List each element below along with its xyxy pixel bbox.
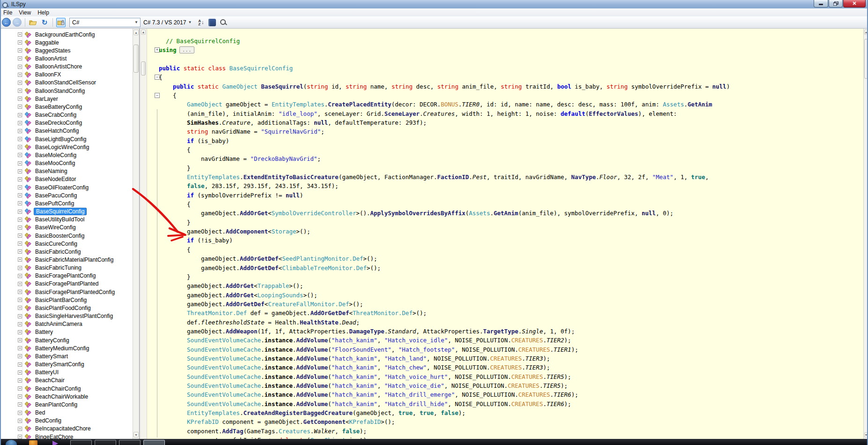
scroll-down-button[interactable]: ▼ <box>134 432 139 437</box>
tree-item-label[interactable]: BasicForagePlantPlantedConfig <box>34 289 116 295</box>
tree-expander-icon[interactable]: + <box>18 370 22 375</box>
tree-expander-icon[interactable]: + <box>18 411 22 415</box>
tree-item[interactable]: + BasePuftConfig <box>0 199 75 207</box>
tree-item[interactable]: + BalloonStandCellSensor <box>0 79 97 87</box>
start-orb[interactable] <box>6 440 17 445</box>
tree-item[interactable]: + BatteryConfig <box>0 336 71 344</box>
tree-item[interactable]: + BalloonArtistChore <box>0 63 83 71</box>
language-version-select[interactable]: C# 7.3 / VS 2017 ▼ <box>142 18 194 27</box>
tree-scrollbar[interactable]: ▲ ▼ <box>133 29 139 439</box>
tree-expander-icon[interactable]: + <box>18 338 22 342</box>
tree-item-label[interactable]: BeanPlantConfig <box>34 401 79 408</box>
menu-help[interactable]: Help <box>34 9 52 16</box>
tree-item-label[interactable]: Bed <box>34 409 46 416</box>
tree-expander-icon[interactable]: + <box>18 121 22 125</box>
tree-expander-icon[interactable]: + <box>18 378 22 383</box>
tree-expander-icon[interactable]: + <box>18 193 22 197</box>
tree-expander-icon[interactable]: + <box>18 137 22 141</box>
tree-expander-icon[interactable]: + <box>18 48 22 53</box>
tree-expander-icon[interactable]: + <box>18 362 22 367</box>
tree-item[interactable]: + BaseOilFloaterConfig <box>0 183 90 191</box>
tree-item[interactable]: + BatteryUI <box>0 369 60 377</box>
tree-item-label[interactable]: BaseNodeEditor <box>34 176 77 182</box>
language-select[interactable]: C# ▼ <box>69 18 141 27</box>
tree-item[interactable]: + BackgroundEarthConfig <box>0 30 96 38</box>
tree-expander-icon[interactable]: + <box>18 266 22 270</box>
tree-expander-icon[interactable]: + <box>18 241 22 246</box>
tree-item-label[interactable]: BasicFabricTuning <box>34 264 83 271</box>
tree-item-label[interactable]: BasicForagePlantPlanted <box>34 280 100 287</box>
tree-item-label[interactable]: BasicBoosterConfig <box>34 233 86 239</box>
tree-expander-icon[interactable]: + <box>18 314 22 318</box>
tree-item[interactable]: + BasicPlantFoodConfig <box>0 304 92 312</box>
tree-item-label[interactable]: BaseCrabConfig <box>34 112 78 118</box>
scroll-up-button[interactable]: ▲ <box>141 30 146 35</box>
browser-icon[interactable] <box>29 440 37 445</box>
tree-expander-icon[interactable]: + <box>18 402 22 407</box>
tree-item-label[interactable]: BaseMoleConfig <box>34 152 78 158</box>
tree-item-label[interactable]: BaseOilFloaterConfig <box>34 184 90 191</box>
tree-expander-icon[interactable]: + <box>18 346 22 350</box>
close-button[interactable]: ✕ <box>843 0 866 8</box>
tree-item[interactable]: + BarLayer <box>0 95 59 103</box>
tree-item-label[interactable]: BaseDreckoConfig <box>34 120 83 126</box>
collapsed-region-box[interactable]: ... <box>179 46 194 53</box>
tree-item-label[interactable]: BaseMooConfig <box>34 160 76 166</box>
tree-item-label[interactable]: BatterySmartConfig <box>34 361 86 368</box>
tree-item-label[interactable]: BasePacuConfig <box>34 192 78 199</box>
tree-item-label[interactable]: BasePuftConfig <box>34 200 75 207</box>
back-button[interactable]: ← <box>2 18 11 27</box>
tree-item[interactable]: + BaseWireConfig <box>0 224 77 232</box>
tree-expander-icon[interactable]: + <box>18 282 22 286</box>
tree-expander-icon[interactable]: + <box>18 169 22 173</box>
tree-item-label[interactable]: BalloonStandConfig <box>34 88 86 94</box>
tree-item[interactable]: + BaseMoleConfig <box>0 151 78 159</box>
tree-expander-icon[interactable]: + <box>18 298 22 302</box>
tree-item-label[interactable]: BalloonFX <box>34 71 62 78</box>
tree-expander-icon[interactable]: + <box>18 419 22 423</box>
tree-item[interactable]: + Bed <box>0 409 46 417</box>
tree-item[interactable]: + BasicCureConfig <box>0 240 79 248</box>
tree-item-label[interactable]: BatteryUI <box>34 369 60 376</box>
tree-expander-icon[interactable]: + <box>18 73 22 77</box>
tree-item[interactable]: + BaseCrabConfig <box>0 111 78 119</box>
restore-button[interactable] <box>829 0 843 8</box>
tree-expander-icon[interactable]: + <box>18 201 22 205</box>
tree-item-label[interactable]: BasicForagePlantConfig <box>34 272 97 279</box>
tree-expander-icon[interactable]: + <box>18 427 22 431</box>
tree-item[interactable]: + BaseNaming <box>0 167 69 175</box>
tree-item-label[interactable]: BedConfig <box>34 417 63 424</box>
tree-item-label[interactable]: BingeEatChore <box>34 434 74 439</box>
tree-item[interactable]: + BaseLogicWireConfig <box>0 143 90 151</box>
tree-item-label[interactable]: BatteryMediumConfig <box>34 345 90 352</box>
tree-item[interactable]: + BaseNodeEditor <box>0 175 77 183</box>
tree-expander-icon[interactable]: + <box>18 306 22 310</box>
tree-expander-icon[interactable]: + <box>18 257 22 262</box>
tree-item[interactable]: + BasicForagePlantConfig <box>0 272 97 280</box>
tree-item[interactable]: + BaseLightBugConfig <box>0 135 88 143</box>
open-file-button[interactable] <box>29 18 38 27</box>
tree-item-label[interactable]: BaseBatteryConfig <box>34 104 83 110</box>
tree-expander-icon[interactable]: + <box>18 32 22 37</box>
tree-item-label[interactable]: BaseLightBugConfig <box>34 136 88 143</box>
tree-item[interactable]: + BasicSingleHarvestPlantConfig <box>0 312 114 320</box>
tree-expander-icon[interactable]: + <box>18 40 22 45</box>
code-view[interactable]: ▲ +−− // BaseSquirrelConfigusing...publi… <box>141 29 863 439</box>
tree-item[interactable]: + BatteryMediumConfig <box>0 344 90 352</box>
tree-expander-icon[interactable]: + <box>18 113 22 117</box>
tree-item-label[interactable]: BeachChairConfig <box>34 385 82 392</box>
tree-item-label[interactable]: BatteryConfig <box>34 337 71 344</box>
tree-item[interactable]: + BalloonFX <box>0 71 62 79</box>
tree-item[interactable]: + BaseDreckoConfig <box>0 119 83 127</box>
assembly-list-button[interactable] <box>208 18 217 27</box>
tree-item-label[interactable]: BaggedStates <box>34 47 72 54</box>
tree-item[interactable]: + BasePacuConfig <box>0 191 78 199</box>
forward-button[interactable]: → <box>13 18 22 27</box>
assembly-tree[interactable]: + BackgroundEarthConfig+ Baggable+ Bagge… <box>0 29 133 439</box>
tree-expander-icon[interactable]: + <box>18 97 22 101</box>
visibility-toggle-button[interactable] <box>56 18 66 27</box>
tree-item-label[interactable]: BaseUtilityBuildTool <box>34 216 86 223</box>
tree-item-label[interactable]: BalloonArtistChore <box>34 63 83 70</box>
window-button[interactable] <box>119 440 141 445</box>
tree-item-label[interactable]: BeIncapacitatedChore <box>34 425 92 432</box>
